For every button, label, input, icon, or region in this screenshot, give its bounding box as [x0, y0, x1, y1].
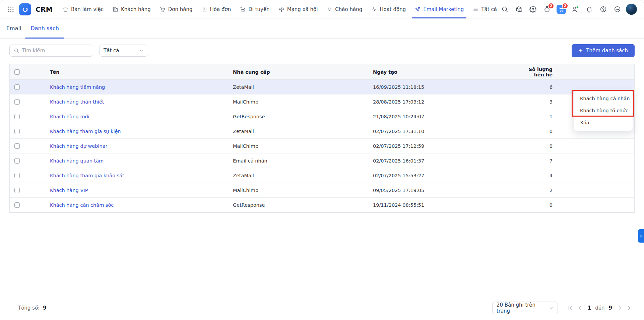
list-name-link[interactable]: Khách hàng tiềm năng [50, 84, 233, 90]
add-user-icon[interactable] [570, 4, 581, 15]
page-size-dropdown[interactable]: 20 Bản ghi trên trang [492, 302, 558, 314]
page-range-from: 1 [585, 305, 593, 311]
filter-dropdown[interactable]: Tất cả [99, 45, 148, 57]
table-row[interactable]: Khách hàng VIP MailChimp 09/05/2025 17:1… [10, 183, 634, 198]
list-name-link[interactable]: Khách hàng tham gia sự kiện [50, 129, 233, 134]
lists-table: Tên Nhà cung cấp Ngày tạo Số lượng liên … [9, 64, 635, 213]
search-icon [14, 48, 19, 53]
next-page-button[interactable] [615, 303, 625, 313]
tab-bar: Email Danh sách [0, 18, 644, 39]
last-page-button[interactable] [625, 303, 635, 313]
total-label: Tổng số: [18, 305, 40, 311]
apps-grid-icon[interactable] [5, 4, 16, 15]
chevron-down-icon [549, 306, 554, 310]
tab-email[interactable]: Email [6, 18, 21, 39]
contacts-count-cell: 4 [520, 173, 553, 178]
total-value: 9 [43, 305, 46, 311]
row-checkbox[interactable] [14, 114, 20, 119]
footer: Tổng số: 9 20 Bản ghi trên trang 1 đến 9 [9, 301, 635, 315]
row-checkbox[interactable] [14, 173, 20, 178]
table-row[interactable]: Khách hàng quan tâm Email cá nhân 02/07/… [10, 153, 634, 168]
send-icon [415, 6, 421, 12]
magnet-icon [327, 6, 332, 12]
nav-item-all[interactable]: Tất cả [473, 0, 497, 18]
page-size-value: 20 Bản ghi trên trang [497, 302, 549, 314]
provider-cell: GetResponse [233, 114, 373, 119]
home-icon [63, 6, 68, 12]
nav-item-offers[interactable]: Chào hàng [327, 0, 362, 18]
menu-item-delete[interactable]: Xóa [574, 117, 633, 129]
created-date-cell: 02/07/2025 17:31:10 [373, 129, 520, 134]
list-name-link[interactable]: Khách hàng thân thiết [50, 99, 233, 105]
table-row[interactable]: Khách hàng dự webinar MailChimp 02/07/20… [10, 139, 634, 153]
provider-cell: MailChimp [233, 99, 373, 105]
more-options-icon[interactable] [612, 4, 623, 15]
nav-label: Email Marketing [423, 6, 464, 12]
provider-cell: ZetaMail [233, 173, 373, 178]
list-name-link[interactable]: Khách hàng tham gia khảo sát [50, 173, 233, 178]
table-row[interactable]: Khách hàng tham gia sự kiện ZetaMail 02/… [10, 124, 634, 139]
row-checkbox[interactable] [14, 143, 20, 149]
created-date-cell: 16/09/2025 11:18:15 [373, 84, 520, 90]
help-icon[interactable] [598, 4, 609, 15]
app-logo[interactable] [19, 3, 31, 15]
row-checkbox[interactable] [14, 188, 20, 193]
list-name-link[interactable]: Khách hàng cần chăm sóc [50, 202, 233, 208]
avatar[interactable] [626, 4, 637, 15]
nav-item-orders[interactable]: Đơn hàng [160, 0, 193, 18]
row-checkbox[interactable] [14, 129, 20, 134]
row-checkbox[interactable] [14, 99, 20, 105]
timer-icon[interactable]: 2 [541, 4, 553, 15]
building-icon [113, 6, 118, 12]
contacts-count-cell: 1 [520, 114, 553, 119]
cart-store-icon[interactable]: 2 [556, 4, 567, 15]
list-name-link[interactable]: Khách hàng mới [50, 114, 233, 119]
toolbar: Tất cả Thêm danh sách [9, 44, 635, 57]
table-row[interactable]: Khách hàng tham gia khảo sát ZetaMail 02… [10, 168, 634, 183]
list-name-link[interactable]: Khách hàng quan tâm [50, 158, 233, 164]
menu-item-personal-customer[interactable]: Khách hàng cá nhân [574, 92, 633, 105]
add-list-button[interactable]: Thêm danh sách [572, 44, 635, 57]
nav-item-workspace[interactable]: Bàn làm việc [63, 0, 104, 18]
cart-badge: 2 [562, 3, 568, 9]
list-name-link[interactable]: Khách hàng VIP [50, 188, 233, 193]
nav-item-social[interactable]: Mạng xã hội [279, 0, 318, 18]
row-checkbox[interactable] [14, 158, 20, 164]
nav-item-routes[interactable]: Đi tuyến [240, 0, 270, 18]
prev-page-button[interactable] [575, 303, 585, 313]
contacts-count-cell: 0 [520, 129, 553, 134]
tab-danh-sach[interactable]: Danh sách [30, 18, 59, 39]
nav-item-invoices[interactable]: Hóa đơn [202, 0, 231, 18]
nav-label: Hóa đơn [210, 6, 231, 12]
contacts-count-cell: 2 [520, 188, 553, 193]
notification-bell-icon[interactable] [584, 4, 595, 15]
nav-label: Hoạt động [380, 6, 406, 12]
select-all-checkbox[interactable] [14, 69, 20, 75]
table-row[interactable]: Khách hàng cần chăm sóc GetResponse 19/1… [10, 198, 634, 212]
first-page-button[interactable] [565, 303, 575, 313]
contacts-count-cell: 0 [520, 143, 553, 149]
nav-item-customers[interactable]: Khách hàng [113, 0, 151, 18]
settings-gear-icon[interactable] [527, 4, 538, 15]
page-range-separator: đến [594, 305, 605, 311]
nav-item-email-marketing[interactable]: Email Marketing [415, 0, 464, 18]
row-checkbox[interactable] [14, 202, 20, 208]
row-checkbox[interactable] [14, 84, 20, 90]
expand-panel-handle[interactable] [638, 229, 644, 243]
table-row[interactable]: Khách hàng mới GetResponse 21/08/2025 10… [10, 109, 634, 124]
package-search-icon[interactable] [513, 4, 524, 15]
timer-badge: 2 [548, 3, 554, 9]
search-icon[interactable] [499, 4, 510, 15]
nav-item-activity[interactable]: Hoạt động [371, 0, 406, 18]
filter-value: Tất cả [104, 48, 119, 54]
created-date-cell: 09/05/2025 17:19:05 [373, 188, 520, 193]
search-input[interactable] [22, 48, 89, 54]
list-name-link[interactable]: Khách hàng dự webinar [50, 143, 233, 149]
app-name: CRM [36, 5, 53, 13]
table-row[interactable]: Khách hàng tiềm năng ZetaMail 16/09/2025… [10, 80, 634, 94]
nav-label: Mạng xã hội [287, 6, 318, 12]
table-row[interactable]: Khách hàng thân thiết MailChimp 28/08/20… [10, 94, 634, 109]
activity-icon [371, 6, 377, 12]
nav-label: Khách hàng [121, 6, 151, 12]
menu-item-organization-customer[interactable]: Khách hàng tổ chức [574, 105, 633, 117]
